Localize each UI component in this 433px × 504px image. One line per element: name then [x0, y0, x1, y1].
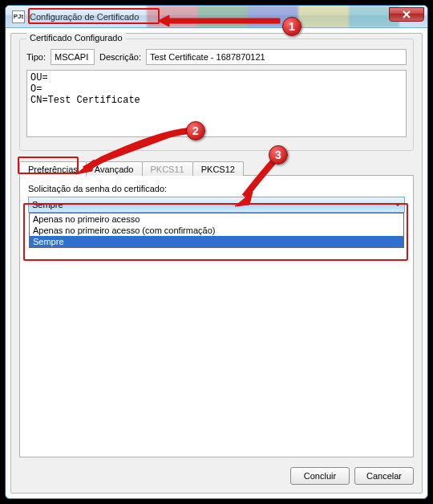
callout-badge-3: 3	[269, 145, 288, 165]
callout-box-title	[28, 8, 160, 24]
callout-arrow-3	[230, 158, 286, 214]
callout-arrow-2	[70, 128, 190, 176]
dialog-window: PJt Configuração de Certificado Certific…	[5, 5, 428, 499]
callout-badge-1: 1	[282, 17, 301, 36]
tipo-label: Tipo:	[26, 52, 46, 62]
descricao-label: Descrição:	[99, 52, 141, 62]
descricao-field[interactable]	[146, 49, 407, 65]
tipo-field[interactable]	[51, 49, 95, 65]
concluir-button[interactable]: Concluir	[290, 467, 350, 485]
callout-box-combo	[23, 203, 408, 261]
svg-marker-1	[76, 160, 94, 174]
close-button[interactable]	[389, 7, 424, 22]
svg-marker-0	[158, 15, 280, 26]
password-prompt-label: Solicitação da senha do certificado:	[28, 184, 405, 193]
client-area: Certificado Configurado Tipo: Descrição:…	[10, 33, 423, 494]
close-icon	[403, 10, 411, 18]
callout-arrow-1	[158, 14, 286, 31]
callout-badge-2: 2	[186, 121, 205, 140]
group-legend: Certificado Configurado	[26, 33, 126, 43]
dialog-buttons: Concluir Cancelar	[290, 467, 414, 485]
app-icon: PJt	[12, 10, 25, 23]
cancelar-button[interactable]: Cancelar	[354, 467, 414, 485]
